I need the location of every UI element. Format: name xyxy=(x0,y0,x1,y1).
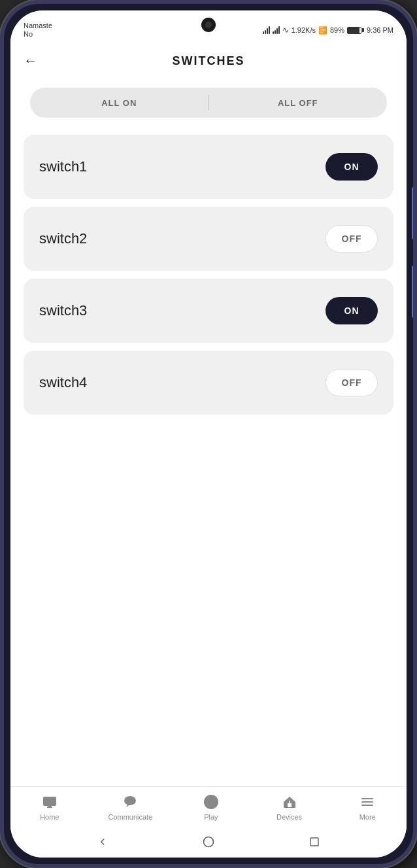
all-off-button[interactable]: ALL OFF xyxy=(209,88,388,118)
nav-item-devices[interactable]: Devices xyxy=(270,793,309,821)
time: 9:36 PM xyxy=(367,26,393,34)
signal-icon-2 xyxy=(273,26,280,34)
svg-rect-2 xyxy=(48,806,51,807)
signal-icon xyxy=(263,26,270,34)
nav-label-home: Home xyxy=(40,813,59,821)
back-button[interactable]: ← xyxy=(24,52,38,69)
svg-rect-10 xyxy=(361,801,373,803)
switch-toggle-switch4[interactable]: OFF xyxy=(325,369,378,396)
nav-label-communicate: Communicate xyxy=(108,813,152,821)
speed-indicator: 1.92K/s xyxy=(292,26,316,34)
header: ← SWITCHES xyxy=(10,44,407,77)
android-nav xyxy=(10,826,407,858)
switch-toggle-switch3[interactable]: ON xyxy=(325,297,378,324)
notch xyxy=(189,17,228,33)
svg-point-3 xyxy=(124,796,136,805)
wifi-icon: ∿ xyxy=(282,26,289,35)
svg-rect-13 xyxy=(310,838,318,846)
battery-icon xyxy=(347,27,364,34)
svg-rect-11 xyxy=(361,805,373,806)
android-home-button[interactable] xyxy=(199,833,218,851)
switch-toggle-switch1[interactable]: ON xyxy=(325,153,378,181)
switch-card-switch4: switch4OFF xyxy=(24,351,393,415)
nav-item-communicate[interactable]: Communicate xyxy=(108,793,152,821)
nav-label-play: Play xyxy=(204,813,218,821)
battery-percent: 89% xyxy=(330,26,344,34)
all-on-button[interactable]: ALL ON xyxy=(30,88,208,118)
android-back-button[interactable] xyxy=(93,833,112,851)
devices-nav-icon xyxy=(281,793,298,810)
svg-marker-4 xyxy=(126,805,130,807)
app-content: ← SWITCHES ALL ON ALL OFF switch1ONswitc… xyxy=(10,44,407,858)
play-nav-icon xyxy=(203,793,220,810)
status-left: Namaste No xyxy=(24,22,52,39)
screen: Namaste No xyxy=(10,10,407,858)
switches-list: switch1ONswitch2OFFswitch3ONswitch4OFF xyxy=(10,128,407,786)
nav-item-play[interactable]: Play xyxy=(192,793,231,821)
switch-name-switch1: switch1 xyxy=(39,158,87,175)
volume-button[interactable] xyxy=(412,187,416,239)
power-button[interactable] xyxy=(412,266,416,318)
vibrate-icon: 📴 xyxy=(318,26,327,35)
nav-item-more[interactable]: More xyxy=(348,793,387,821)
all-toggle-container: ALL ON ALL OFF xyxy=(10,77,407,128)
switch-name-switch2: switch2 xyxy=(39,230,87,247)
notification-text: No xyxy=(24,30,52,39)
switch-card-switch2: switch2OFF xyxy=(24,207,393,271)
svg-point-12 xyxy=(204,837,214,847)
switch-name-switch3: switch3 xyxy=(39,302,87,319)
home-nav-icon xyxy=(41,793,58,810)
nav-label-devices: Devices xyxy=(276,813,302,821)
switch-name-switch4: switch4 xyxy=(39,374,87,391)
page-title: SWITCHES xyxy=(172,54,244,68)
switch-card-switch1: switch1ON xyxy=(24,135,393,199)
all-toggle-bar: ALL ON ALL OFF xyxy=(30,88,387,118)
camera-lens xyxy=(205,22,212,28)
phone-frame: Namaste No xyxy=(0,0,417,868)
svg-rect-7 xyxy=(288,803,292,807)
status-bar: Namaste No xyxy=(10,10,407,44)
svg-rect-9 xyxy=(361,798,373,799)
status-right: ∿ 1.92K/s 📴 89% 9:36 PM xyxy=(263,26,393,35)
switch-card-switch3: switch3ON xyxy=(24,279,393,343)
svg-rect-0 xyxy=(43,797,56,806)
nav-label-more: More xyxy=(359,813,376,821)
nav-item-home[interactable]: Home xyxy=(30,793,69,821)
more-nav-icon xyxy=(359,793,376,810)
switch-toggle-switch2[interactable]: OFF xyxy=(325,225,378,252)
app-name: Namaste xyxy=(24,22,52,30)
camera xyxy=(201,18,216,32)
android-recents-button[interactable] xyxy=(305,833,324,851)
communicate-nav-icon xyxy=(122,793,139,810)
bottom-nav: HomeCommunicatePlayDevicesMore xyxy=(10,786,407,826)
